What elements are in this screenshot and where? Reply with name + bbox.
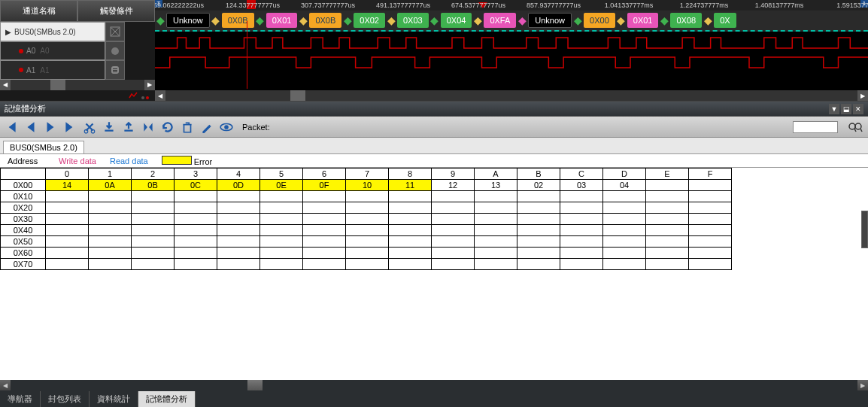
table-row[interactable]: 0X50 bbox=[1, 236, 732, 248]
packet-input[interactable] bbox=[793, 121, 838, 133]
protocol-packet[interactable]: 0X04 bbox=[441, 13, 472, 28]
protocol-packet[interactable]: 0X03 bbox=[397, 13, 429, 28]
bottom-tab-0[interactable]: 導航器 bbox=[0, 391, 41, 407]
channel-a0-trigger-btn[interactable] bbox=[105, 41, 125, 61]
protocol-packet[interactable]: 0X bbox=[714, 13, 736, 28]
table-row[interactable]: 0X00140A0B0C0D0E0F10111213020304 bbox=[1, 180, 732, 191]
scroll-left-icon[interactable]: ◀ bbox=[0, 380, 11, 390]
table-row[interactable]: 0X70 bbox=[1, 259, 732, 270]
export-button[interactable] bbox=[122, 120, 135, 134]
analysis-toolbar: Packet: bbox=[0, 117, 868, 138]
svg-point-13 bbox=[855, 123, 861, 129]
timeline[interactable]: T 1 -59.062222222us124.337777777us307.73… bbox=[155, 0, 868, 11]
svg-point-1 bbox=[111, 47, 119, 55]
analysis-hscroll[interactable]: ◀ ▶ bbox=[0, 380, 868, 390]
packet-sep-icon: ◆ bbox=[386, 13, 396, 28]
status-dot-icon bbox=[19, 68, 23, 72]
packet-sep-icon: ◆ bbox=[155, 13, 165, 28]
timeline-tick: 124.337777777us bbox=[226, 2, 280, 9]
packet-sep-icon: ◆ bbox=[517, 13, 527, 28]
table-row[interactable]: 0X30 bbox=[1, 214, 732, 225]
timeline-tick: 1.408137777ms bbox=[755, 2, 804, 9]
import-button[interactable] bbox=[102, 120, 116, 134]
memory-table-area[interactable]: 0123456789ABCDEF0X00140A0B0C0D0E0F101112… bbox=[0, 168, 868, 380]
side-handle[interactable] bbox=[861, 211, 868, 248]
svg-rect-5 bbox=[113, 71, 117, 72]
protocol-packet[interactable]: 0X08 bbox=[670, 13, 702, 28]
bottom-tab-2[interactable]: 資料統計 bbox=[90, 391, 138, 407]
search-button[interactable] bbox=[848, 121, 863, 133]
timeline-tick: 1.59153777 bbox=[836, 2, 868, 9]
packet-sep-icon: ◆ bbox=[572, 13, 583, 28]
panel-pin-btn[interactable]: ⬓ bbox=[841, 104, 851, 114]
protocol-packet[interactable]: 0X01 bbox=[266, 13, 298, 28]
bottom-tabs: 導航器封包列表資料統計記憶體分析 bbox=[0, 390, 868, 407]
protocol-packet[interactable]: 0X0B bbox=[309, 13, 341, 28]
protocol-packet[interactable]: 0X0B bbox=[222, 13, 254, 28]
protocol-packet[interactable]: Unknow bbox=[528, 13, 572, 28]
channel-a0-idx: A0 bbox=[40, 47, 49, 55]
waveform-area: 通道名稱 觸發條件 ▶ BUS0(SMBus 2.0) A0 A0 bbox=[0, 0, 868, 102]
panel-dropdown-btn[interactable]: ▼ bbox=[829, 104, 839, 114]
view-button[interactable] bbox=[220, 120, 233, 134]
channel-a1-trigger-btn[interactable] bbox=[105, 60, 125, 80]
protocol-packet[interactable]: 0X02 bbox=[354, 13, 385, 28]
prev-button[interactable] bbox=[24, 120, 38, 134]
table-row[interactable]: 0X60 bbox=[1, 248, 732, 259]
channel-a1[interactable]: A1 A1 bbox=[0, 60, 105, 80]
scroll-right-icon[interactable]: ▶ bbox=[857, 90, 868, 101]
analysis-panel-title: 記憶體分析 ▼ ⬓ ✕ bbox=[0, 102, 868, 117]
cursor-line[interactable] bbox=[247, 21, 247, 89]
digital-rows[interactable] bbox=[155, 32, 868, 90]
protocol-packet[interactable]: 0X01 bbox=[627, 13, 659, 28]
edit-button[interactable] bbox=[200, 120, 214, 134]
delete-button[interactable] bbox=[181, 120, 194, 134]
channel-hscroll[interactable]: ◀ ▶ bbox=[0, 80, 155, 90]
last-button[interactable] bbox=[63, 120, 77, 134]
bottom-tab-1[interactable]: 封包列表 bbox=[41, 391, 90, 407]
protocol-packet[interactable]: 0XFA bbox=[484, 13, 516, 28]
table-row[interactable]: 0X10 bbox=[1, 191, 732, 202]
footer-icon-2[interactable] bbox=[140, 90, 150, 101]
refresh-button[interactable] bbox=[161, 120, 175, 134]
bottom-tab-3[interactable]: 記憶體分析 bbox=[138, 391, 196, 407]
svg-point-11 bbox=[224, 125, 229, 129]
next-button[interactable] bbox=[44, 120, 57, 134]
waveform-hscroll[interactable]: ◀ ▶ bbox=[155, 90, 868, 101]
packet-sep-icon: ◆ bbox=[298, 13, 308, 28]
compare-button[interactable] bbox=[141, 120, 155, 134]
protocol-packet[interactable]: 0X00 bbox=[584, 13, 615, 28]
memory-table[interactable]: 0123456789ABCDEF0X00140A0B0C0D0E0F101112… bbox=[0, 168, 732, 270]
packet-sep-icon: ◆ bbox=[703, 13, 713, 28]
timeline-tick: 307.737777777us bbox=[301, 2, 355, 9]
packet-sep-icon: ◆ bbox=[211, 13, 221, 28]
digital-a1 bbox=[155, 54, 868, 71]
table-legend: Address Write data Read data Error bbox=[0, 154, 868, 168]
timeline-tick: 857.937777777us bbox=[527, 2, 581, 9]
legend-write: Write data bbox=[59, 156, 96, 166]
timeline-tick: 1.224737777ms bbox=[680, 2, 729, 9]
scroll-right-icon[interactable]: ▶ bbox=[144, 80, 155, 90]
bus-tab-0[interactable]: BUS0(SMBus 2.0) bbox=[3, 141, 84, 153]
footer-icon-1[interactable] bbox=[128, 90, 138, 101]
cut-button[interactable] bbox=[83, 120, 96, 134]
svg-rect-4 bbox=[113, 70, 117, 71]
scroll-left-icon[interactable]: ◀ bbox=[155, 90, 165, 101]
panel-close-btn[interactable]: ✕ bbox=[853, 104, 863, 114]
protocol-packet[interactable]: Unknow bbox=[166, 13, 210, 28]
scroll-right-icon[interactable]: ▶ bbox=[857, 380, 868, 390]
channel-header-name[interactable]: 通道名稱 bbox=[0, 0, 77, 22]
waveform-panel: T 1 -59.062222222us124.337777777us307.73… bbox=[155, 0, 868, 101]
channel-bus0[interactable]: ▶ BUS0(SMBus 2.0) bbox=[0, 22, 105, 41]
digital-a0 bbox=[155, 35, 868, 51]
timeline-tick: 1.041337777ms bbox=[605, 2, 654, 9]
channel-a1-label: A1 bbox=[26, 66, 35, 74]
channel-a0[interactable]: A0 A0 bbox=[0, 41, 105, 61]
protocol-decode-row[interactable]: ◆Unknow◆0X0B◆0X01◆0X0B◆0X02◆0X03◆0X04◆0X… bbox=[155, 11, 868, 32]
channel-header-trigger[interactable]: 觸發條件 bbox=[77, 0, 155, 22]
table-row[interactable]: 0X40 bbox=[1, 225, 732, 236]
channel-bus0-trigger-btn[interactable] bbox=[105, 22, 125, 41]
scroll-left-icon[interactable]: ◀ bbox=[0, 80, 11, 90]
first-button[interactable] bbox=[5, 120, 18, 134]
table-row[interactable]: 0X20 bbox=[1, 202, 732, 214]
